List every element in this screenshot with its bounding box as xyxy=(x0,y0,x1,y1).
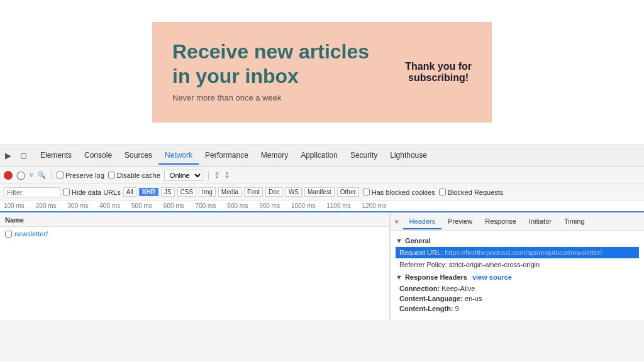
timeline-labels: 100 ms 200 ms 300 ms 400 ms 500 ms 600 m… xyxy=(0,200,390,211)
tab-network[interactable]: Network xyxy=(158,147,199,165)
filter-input[interactable] xyxy=(4,187,60,197)
disable-cache-label[interactable]: Disable cache xyxy=(108,172,160,179)
blocked-requests-checkbox[interactable] xyxy=(439,189,446,195)
newsletter-subtitle: Never more than once a week xyxy=(172,93,472,102)
filter-row: Hide data URLs All XHR JS CSS Img Media … xyxy=(0,184,644,200)
has-blocked-label[interactable]: Has blocked cookies xyxy=(363,189,435,196)
filter-doc-btn[interactable]: Doc xyxy=(265,187,283,197)
close-icon[interactable]: × xyxy=(391,217,403,226)
filter-img-btn[interactable]: Img xyxy=(199,187,216,197)
filter-all-btn[interactable]: All xyxy=(123,187,136,197)
details-panel: × Headers Preview Response Initiator Tim… xyxy=(390,213,644,320)
filter-manifest-btn[interactable]: Manifest xyxy=(304,187,335,197)
filter-xhr-btn[interactable]: XHR xyxy=(139,188,158,196)
arrow-icon-2: ▼ xyxy=(396,273,402,281)
devtools-panel: ▶ ◻ Elements Console Sources Network Per… xyxy=(0,145,644,362)
tab-preview[interactable]: Preview xyxy=(441,214,479,229)
arrow-icon: ▼ xyxy=(396,237,402,244)
search-icon[interactable]: 🔍 xyxy=(37,171,46,179)
filter-other-btn[interactable]: Other xyxy=(337,187,359,197)
name-panel: Name newsletter/ xyxy=(0,213,390,320)
cursor-icon[interactable]: ▶ xyxy=(3,150,14,162)
response-header-connection: Connection: Keep-Alive xyxy=(396,283,639,293)
request-url-row: Request URL: https://findthepodcast.com/… xyxy=(396,247,639,258)
has-blocked-checkbox[interactable] xyxy=(363,189,370,195)
clear-button[interactable]: ◯ xyxy=(16,170,26,180)
response-header-length: Content-Length: 9 xyxy=(396,304,639,314)
tab-lighthouse[interactable]: Lighthouse xyxy=(384,147,433,165)
tab-response[interactable]: Response xyxy=(479,214,523,229)
tab-initiator[interactable]: Initiator xyxy=(523,214,558,229)
network-toolbar: ◯ ▿ 🔍 Preserve log Disable cache Online … xyxy=(0,167,644,184)
general-section-header[interactable]: ▼ General xyxy=(396,237,639,244)
details-tab-bar: × Headers Preview Response Initiator Tim… xyxy=(391,213,644,231)
preserve-log-checkbox[interactable] xyxy=(57,172,64,178)
page-content: Receive new articles in your inbox Never… xyxy=(0,0,644,145)
referrer-policy-row: Referrer Policy: strict-origin-when-cros… xyxy=(396,260,639,270)
hide-data-urls-checkbox[interactable] xyxy=(63,189,70,195)
filter-js-btn[interactable]: JS xyxy=(161,187,175,197)
row-name[interactable]: newsletter/ xyxy=(14,230,48,238)
separator xyxy=(51,171,52,180)
filter-ws-btn[interactable]: WS xyxy=(286,187,302,197)
record-button[interactable] xyxy=(4,171,13,180)
newsletter-thanks: Thank you forsubscribing! xyxy=(405,61,472,84)
timeline-container: 100 ms 200 ms 300 ms 400 ms 500 ms 600 m… xyxy=(0,200,644,213)
tab-performance[interactable]: Performance xyxy=(199,147,255,165)
separator2 xyxy=(208,171,209,180)
devtools-icons: ▶ ◻ xyxy=(3,150,29,162)
throttle-select[interactable]: Online xyxy=(164,170,203,181)
filter-icon[interactable]: ▿ xyxy=(30,171,33,179)
tab-headers[interactable]: Headers xyxy=(403,214,442,229)
name-column-header: Name xyxy=(0,213,389,227)
tab-elements[interactable]: Elements xyxy=(34,147,78,165)
preserve-log-label[interactable]: Preserve log xyxy=(57,172,104,179)
devtools-tab-bar: ▶ ◻ Elements Console Sources Network Per… xyxy=(0,145,644,167)
filter-media-btn[interactable]: Media xyxy=(218,187,242,197)
filter-css-btn[interactable]: CSS xyxy=(177,187,197,197)
tab-console[interactable]: Console xyxy=(78,147,118,165)
response-header-language: Content-Language: en-us xyxy=(396,293,639,304)
row-checkbox[interactable] xyxy=(5,231,12,238)
device-icon[interactable]: ◻ xyxy=(18,150,29,162)
disable-cache-checkbox[interactable] xyxy=(108,172,115,178)
request-url-link[interactable]: https://findthepodcast.com/api/mejutoco/… xyxy=(445,249,602,256)
tab-sources[interactable]: Sources xyxy=(118,147,158,165)
upload-icon[interactable]: ⇧ xyxy=(214,171,220,180)
table-row[interactable]: newsletter/ xyxy=(0,227,389,241)
download-icon[interactable]: ⇩ xyxy=(224,171,230,180)
tab-timing[interactable]: Timing xyxy=(558,214,591,229)
timeline-blue-bar xyxy=(0,211,644,212)
tab-memory[interactable]: Memory xyxy=(255,147,294,165)
filter-font-btn[interactable]: Font xyxy=(244,187,263,197)
response-headers-section-header[interactable]: ▼ Response Headers view source xyxy=(396,273,639,281)
view-source-link[interactable]: view source xyxy=(472,273,512,281)
network-main: Name newsletter/ × Headers Preview Respo… xyxy=(0,213,644,320)
details-content: ▼ General Request URL: https://findthepo… xyxy=(391,231,644,317)
hide-data-urls-label[interactable]: Hide data URLs xyxy=(63,189,121,196)
tab-application[interactable]: Application xyxy=(294,147,344,165)
blocked-requests-label[interactable]: Blocked Requests xyxy=(439,189,504,196)
tab-security[interactable]: Security xyxy=(344,147,384,165)
newsletter-box: Receive new articles in your inbox Never… xyxy=(152,22,492,123)
